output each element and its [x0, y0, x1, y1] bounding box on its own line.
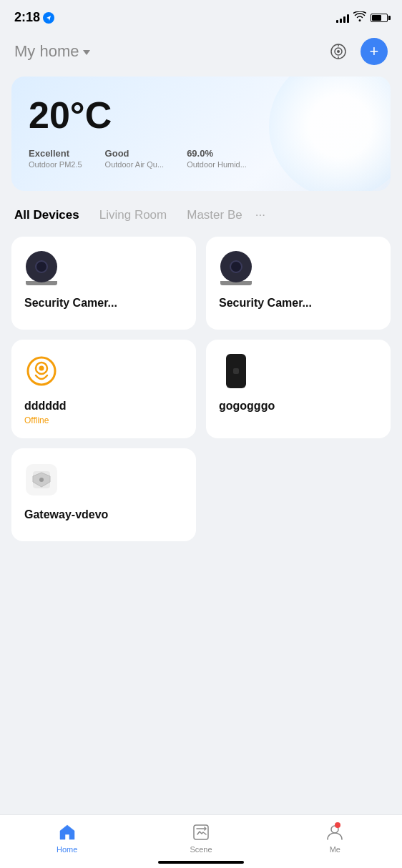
device-name-cam2: Security Camer... [219, 297, 312, 310]
camera-monitor-icon [328, 41, 348, 61]
add-device-button[interactable]: + [361, 38, 388, 65]
tab-master-bedroom[interactable]: Master Be [187, 205, 242, 225]
device-name-cam1: Security Camer... [24, 297, 117, 310]
device-icon-dddddd [24, 354, 59, 388]
bottom-nav: Home Scene Me [0, 814, 402, 868]
weather-stats: Excellent Outdoor PM2.5 Good Outdoor Air… [29, 148, 373, 169]
dropdown-arrow-icon [83, 50, 90, 55]
device-grid-row2: dddddd Offline gogogggo [0, 340, 402, 438]
add-icon: + [370, 42, 379, 61]
humidity-value: 69.0% [187, 148, 247, 159]
header: My home + [0, 31, 402, 77]
humidity-label: Outdoor Humid... [187, 160, 247, 169]
device-icon-camera1 [24, 251, 59, 285]
empty-grid-cell [206, 448, 391, 541]
status-bar: 2:18 [0, 0, 402, 31]
time-display: 2:18 [14, 10, 40, 25]
camera-monitor-button[interactable] [325, 38, 352, 65]
pm25-label: Outdoor PM2.5 [29, 160, 82, 169]
nav-home[interactable]: Home [0, 822, 134, 854]
temperature-display: 20°C [29, 97, 373, 134]
tab-all-devices[interactable]: All Devices [14, 205, 79, 225]
nav-me[interactable]: Me [268, 822, 402, 854]
device-status-dddddd: Offline [24, 415, 49, 425]
device-icon-gogogggo [219, 354, 253, 388]
pm25-value: Excellent [29, 148, 82, 159]
nav-scene[interactable]: Scene [134, 822, 268, 854]
device-card-security-cam-2[interactable]: Security Camer... [206, 237, 391, 330]
device-name-dddddd: dddddd [24, 400, 67, 413]
air-quality-value: Good [105, 148, 165, 159]
status-right-icons [336, 11, 388, 24]
device-grid-row3: Gateway-vdevo [0, 448, 402, 541]
weather-air-quality: Good Outdoor Air Qu... [105, 148, 165, 169]
header-actions: + [325, 38, 388, 65]
air-quality-label: Outdoor Air Qu... [105, 160, 165, 169]
device-grid-row1: Security Camer... Security Camer... [0, 237, 402, 330]
room-tabs: All Devices Living Room Master Be ··· [0, 205, 402, 237]
tab-living-room[interactable]: Living Room [99, 205, 167, 225]
wifi-icon [353, 11, 366, 24]
svg-point-2 [337, 50, 340, 53]
tabs-more-button[interactable]: ··· [255, 208, 265, 222]
weather-card: 20°C Excellent Outdoor PM2.5 Good Outdoo… [11, 77, 391, 191]
device-icon-camera2 [219, 251, 253, 285]
svg-point-5 [28, 357, 55, 385]
home-indicator [158, 861, 244, 864]
home-nav-label: Home [57, 845, 77, 854]
home-title-button[interactable]: My home [14, 42, 90, 61]
device-icon-gateway [24, 463, 59, 497]
weather-pm25: Excellent Outdoor PM2.5 [29, 148, 82, 169]
battery-icon [371, 14, 388, 22]
device-name-gateway: Gateway-vdevo [24, 508, 108, 521]
scene-nav-label: Scene [190, 845, 212, 854]
device-card-gogogggo[interactable]: gogogggo [206, 340, 391, 438]
signal-icon [336, 13, 349, 23]
scene-nav-icon [191, 822, 211, 842]
svg-point-7 [39, 366, 44, 371]
device-card-security-cam-1[interactable]: Security Camer... [11, 237, 196, 330]
home-title-text: My home [14, 42, 79, 61]
home-nav-icon [57, 822, 77, 842]
weather-humidity: 69.0% Outdoor Humid... [187, 148, 247, 169]
me-nav-label: Me [330, 845, 340, 854]
device-card-gateway[interactable]: Gateway-vdevo [11, 448, 196, 541]
status-time: 2:18 [14, 10, 54, 25]
location-icon [43, 12, 54, 24]
svg-point-9 [39, 478, 44, 482]
device-name-gogogggo: gogogggo [219, 400, 275, 413]
me-nav-icon [325, 822, 345, 842]
device-card-dddddd[interactable]: dddddd Offline [11, 340, 196, 438]
